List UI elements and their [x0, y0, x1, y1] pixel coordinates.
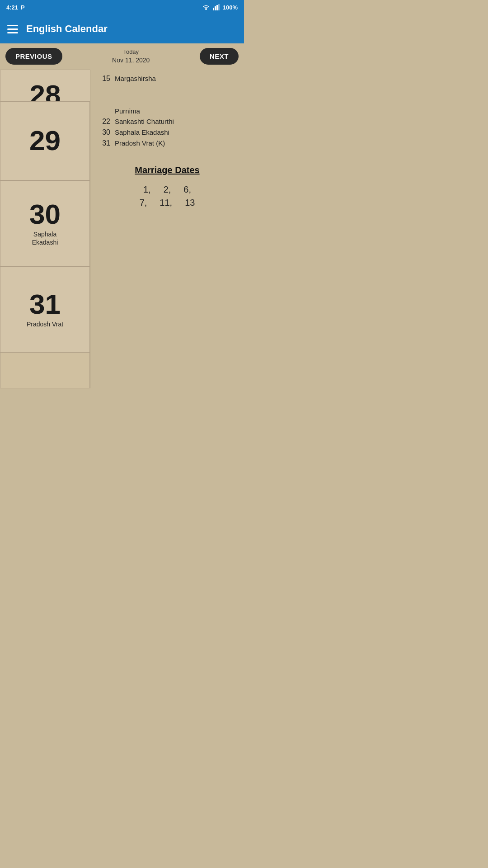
status-left: 4:21 P	[6, 4, 25, 11]
marriage-row-1: 1, 2, 6,	[143, 184, 191, 195]
svg-point-0	[205, 8, 207, 10]
marriage-date-11: 11,	[160, 198, 172, 208]
marriage-section: Marriage Dates 1, 2, 6, 7, 11, 13	[98, 165, 237, 208]
calendar-day-29[interactable]: 29	[0, 101, 90, 180]
svg-rect-1	[213, 8, 214, 10]
festival-sankashti: 22 Sankashti Chaturthi	[98, 116, 237, 127]
time-display: 4:21	[6, 4, 18, 11]
day-event-31: Pradosh Vrat	[27, 320, 63, 328]
marriage-dates-title: Marriage Dates	[99, 165, 235, 175]
festival-purnima: Purnima	[98, 106, 237, 116]
menu-button[interactable]	[7, 25, 18, 33]
day-event-30: SaphalaEkadashi	[32, 230, 58, 246]
marriage-date-1: 1,	[143, 184, 151, 195]
status-bar: 4:21 P 100%	[0, 0, 244, 14]
festival-pradosh: 31 Pradosh Vrat (K)	[98, 138, 237, 149]
nav-center: Today Nov 11, 2020	[112, 48, 150, 65]
battery-display: 100%	[223, 4, 238, 11]
svg-rect-3	[216, 5, 218, 10]
today-label: Today	[112, 48, 150, 56]
marriage-date-2: 2,	[164, 184, 171, 195]
svg-rect-4	[218, 4, 220, 10]
svg-rect-2	[215, 6, 216, 10]
today-date: Nov 11, 2020	[112, 56, 150, 65]
top-festivals-area: 15 Margashirsha	[90, 70, 244, 101]
partial-day-cell: 28	[0, 70, 90, 101]
calendar-day-30[interactable]: 30 SaphalaEkadashi	[0, 180, 90, 266]
calendar-column: 29 30 SaphalaEkadashi 31 Pradosh Vrat	[0, 101, 90, 388]
previous-button[interactable]: PREVIOUS	[5, 48, 62, 65]
app-header: English Calendar	[0, 14, 244, 43]
wifi-icon	[202, 4, 210, 10]
p-icon: P	[21, 4, 25, 11]
marriage-date-7: 7,	[140, 198, 147, 208]
calendar-day-next	[0, 352, 90, 388]
app-title: English Calendar	[26, 23, 108, 35]
marriage-date-6: 6,	[183, 184, 191, 195]
marriage-date-13: 13	[185, 198, 195, 208]
day-number-30: 30	[29, 200, 61, 228]
festival-ekadashi: 30 Saphala Ekadashi	[98, 127, 237, 138]
info-column: Purnima 22 Sankashti Chaturthi 30 Saphal…	[90, 101, 244, 388]
festivals-list: Purnima 22 Sankashti Chaturthi 30 Saphal…	[98, 101, 237, 156]
status-right: 100%	[202, 4, 238, 11]
nav-bar: PREVIOUS Today Nov 11, 2020 NEXT	[0, 43, 244, 70]
partial-day-number: 28	[30, 81, 61, 101]
day-number-29: 29	[29, 127, 61, 155]
main-content: 29 30 SaphalaEkadashi 31 Pradosh Vrat Pu…	[0, 101, 244, 388]
signal-icon	[213, 4, 220, 10]
next-button[interactable]: NEXT	[200, 48, 239, 65]
festival-item: 15 Margashirsha	[98, 73, 237, 84]
marriage-row-2: 7, 11, 13	[140, 198, 195, 208]
marriage-dates-grid: 1, 2, 6, 7, 11, 13	[99, 184, 235, 208]
day-number-31: 31	[29, 290, 61, 318]
top-partial-row: 28 15 Margashirsha	[0, 70, 244, 101]
calendar-day-31[interactable]: 31 Pradosh Vrat	[0, 266, 90, 352]
